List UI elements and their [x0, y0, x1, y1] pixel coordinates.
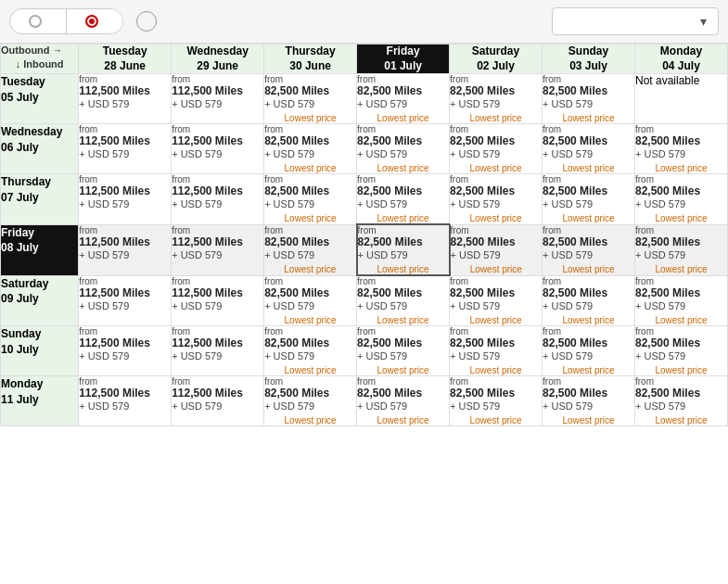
price-cell-r4-c0[interactable]: from112,500 Miles+ USD 579: [79, 275, 172, 326]
price-cell-r4-c3[interactable]: from82,500 Miles+ USD 579Lowest price: [357, 275, 450, 326]
row-day: Wednesday: [1, 125, 62, 138]
price-cell-r6-c5[interactable]: from82,500 Miles+ USD 579Lowest price: [543, 376, 635, 426]
col-header-5[interactable]: Sunday03 July: [543, 44, 635, 74]
price-cell-r2-c1[interactable]: from112,500 Miles+ USD 579: [172, 174, 264, 225]
also-see-dropdown[interactable]: [552, 7, 719, 35]
col-header-4[interactable]: Saturday02 July: [450, 44, 543, 74]
price-cell-r3-c0[interactable]: from112,500 Miles+ USD 579: [79, 224, 172, 275]
lowest-price-badge: Lowest price: [264, 415, 356, 425]
row-header-4[interactable]: Saturday09 July: [1, 275, 79, 326]
miles-value: 112,500 Miles: [79, 184, 150, 197]
price-cell-r5-c1[interactable]: from112,500 Miles+ USD 579: [172, 326, 264, 376]
price-cell-r2-c3[interactable]: from82,500 Miles+ USD 579Lowest price: [357, 174, 450, 225]
price-cell-r5-c6[interactable]: from82,500 Miles+ USD 579Lowest price: [635, 326, 728, 376]
price-cell-r6-c6[interactable]: from82,500 Miles+ USD 579Lowest price: [635, 376, 728, 426]
price-cell-r2-c2[interactable]: from82,500 Miles+ USD 579Lowest price: [264, 174, 357, 225]
price-cell-r1-c4[interactable]: from82,500 Miles+ USD 579Lowest price: [450, 124, 543, 174]
lowest-price-badge: Lowest price: [450, 113, 542, 123]
lowest-price-badge: Lowest price: [450, 315, 542, 325]
price-cell-r0-c2[interactable]: from82,500 Miles+ USD 579Lowest price: [264, 74, 357, 124]
price-cell-r1-c2[interactable]: from82,500 Miles+ USD 579Lowest price: [264, 124, 357, 174]
price-cell-r3-c4[interactable]: from82,500 Miles+ USD 579Lowest price: [450, 224, 543, 275]
row-header-0[interactable]: Tuesday05 July: [1, 74, 79, 124]
price-cell-r0-c6[interactable]: Not available: [635, 74, 728, 124]
from-label: from: [357, 326, 449, 336]
from-label: from: [451, 225, 542, 235]
lowest-price-badge: Lowest price: [543, 365, 634, 375]
price-cell-r1-c3[interactable]: from82,500 Miles+ USD 579Lowest price: [357, 124, 450, 174]
price-cell-r4-c5[interactable]: from82,500 Miles+ USD 579Lowest price: [543, 275, 635, 326]
price-cell-r3-c3[interactable]: from82,500 Miles+ USD 579Lowest price: [357, 224, 450, 275]
col-header-2[interactable]: Thursday30 June: [264, 44, 357, 74]
price-cell-r0-c3[interactable]: from82,500 Miles+ USD 579Lowest price: [357, 74, 450, 124]
price-cell-r4-c1[interactable]: from112,500 Miles+ USD 579: [172, 275, 264, 326]
price-cell-r2-c0[interactable]: from112,500 Miles+ USD 579: [79, 174, 172, 225]
usd-value: + USD 579: [79, 198, 129, 209]
miles-value: 82,500 Miles: [357, 286, 422, 299]
price-cell-r6-c4[interactable]: from82,500 Miles+ USD 579Lowest price: [450, 376, 543, 426]
header: [0, 0, 728, 44]
price-cell-r4-c6[interactable]: from82,500 Miles+ USD 579Lowest price: [635, 275, 728, 326]
cash-toggle[interactable]: [10, 9, 66, 33]
price-cell-r3-c6[interactable]: from82,500 Miles+ USD 579Lowest price: [635, 224, 728, 275]
info-button[interactable]: [136, 11, 157, 32]
miles-radio: [85, 15, 98, 28]
miles-value: 82,500 Miles: [635, 235, 700, 248]
from-label: from: [635, 174, 727, 184]
lowest-price-badge: Lowest price: [264, 365, 356, 375]
miles-value: 82,500 Miles: [450, 134, 515, 147]
price-cell-r2-c5[interactable]: from82,500 Miles+ USD 579Lowest price: [543, 174, 635, 225]
price-cell-r2-c4[interactable]: from82,500 Miles+ USD 579Lowest price: [450, 174, 543, 225]
price-table: Outbound Inbound Tuesday28 JuneWednesday…: [0, 44, 728, 426]
price-cell-r1-c6[interactable]: from82,500 Miles+ USD 579Lowest price: [635, 124, 728, 174]
row-header-6[interactable]: Monday11 July: [1, 376, 79, 426]
row-header-3[interactable]: Friday08 July: [1, 224, 79, 275]
miles-value: 82,500 Miles: [357, 84, 422, 97]
arrow-right-icon: [53, 44, 63, 56]
price-cell-r0-c4[interactable]: from82,500 Miles+ USD 579Lowest price: [450, 74, 543, 124]
price-cell-r5-c3[interactable]: from82,500 Miles+ USD 579Lowest price: [357, 326, 450, 376]
row-header-1[interactable]: Wednesday06 July: [1, 124, 79, 174]
price-cell-r6-c1[interactable]: from112,500 Miles+ USD 579: [172, 376, 264, 426]
price-cell-r0-c0[interactable]: from112,500 Miles+ USD 579: [79, 74, 172, 124]
price-cell-r5-c5[interactable]: from82,500 Miles+ USD 579Lowest price: [543, 326, 635, 376]
miles-toggle[interactable]: [67, 9, 122, 33]
price-cell-r6-c0[interactable]: from112,500 Miles+ USD 579: [79, 376, 172, 426]
row-header-2[interactable]: Thursday07 July: [1, 174, 79, 225]
price-cell-r6-c3[interactable]: from82,500 Miles+ USD 579Lowest price: [357, 376, 450, 426]
price-cell-r3-c1[interactable]: from112,500 Miles+ USD 579: [172, 224, 264, 275]
price-cell-r4-c2[interactable]: from82,500 Miles+ USD 579Lowest price: [264, 275, 357, 326]
miles-value: 82,500 Miles: [264, 336, 329, 349]
price-cell-r1-c0[interactable]: from112,500 Miles+ USD 579: [79, 124, 172, 174]
usd-value: + USD 579: [357, 148, 407, 159]
price-cell-r1-c5[interactable]: from82,500 Miles+ USD 579Lowest price: [543, 124, 635, 174]
price-cell-r6-c2[interactable]: from82,500 Miles+ USD 579Lowest price: [264, 376, 357, 426]
miles-value: 82,500 Miles: [264, 184, 329, 197]
price-cell-r2-c6[interactable]: from82,500 Miles+ USD 579Lowest price: [635, 174, 728, 225]
row-header-5[interactable]: Sunday10 July: [1, 326, 79, 376]
price-cell-r4-c4[interactable]: from82,500 Miles+ USD 579Lowest price: [450, 275, 543, 326]
from-label: from: [450, 276, 542, 286]
price-cell-r5-c0[interactable]: from112,500 Miles+ USD 579: [79, 326, 172, 376]
from-label: from: [543, 326, 634, 336]
row-day: Tuesday: [1, 75, 45, 88]
price-cell-r0-c1[interactable]: from112,500 Miles+ USD 579: [172, 74, 264, 124]
col-header-1[interactable]: Wednesday29 June: [172, 44, 264, 74]
price-cell-r3-c5[interactable]: from82,500 Miles+ USD 579Lowest price: [543, 224, 635, 275]
col-header-6[interactable]: Monday04 July: [635, 44, 728, 74]
price-cell-r3-c2[interactable]: from82,500 Miles+ USD 579Lowest price: [264, 224, 357, 275]
usd-value: + USD 579: [450, 98, 500, 109]
miles-value: 112,500 Miles: [172, 235, 243, 248]
from-label: from: [264, 124, 356, 134]
price-cell-r5-c4[interactable]: from82,500 Miles+ USD 579Lowest price: [450, 326, 543, 376]
col-header-3[interactable]: Friday01 July: [357, 44, 450, 74]
col-header-0[interactable]: Tuesday28 June: [79, 44, 172, 74]
price-cell-r5-c2[interactable]: from82,500 Miles+ USD 579Lowest price: [264, 326, 357, 376]
lowest-price-badge: Lowest price: [635, 415, 727, 425]
row-day: Sunday: [1, 327, 41, 340]
miles-value: 82,500 Miles: [264, 134, 329, 147]
price-cell-r0-c5[interactable]: from82,500 Miles+ USD 579Lowest price: [543, 74, 635, 124]
inbound-label: Inbound: [1, 58, 78, 70]
row-date: 11 July: [1, 393, 39, 406]
price-cell-r1-c1[interactable]: from112,500 Miles+ USD 579: [172, 124, 264, 174]
